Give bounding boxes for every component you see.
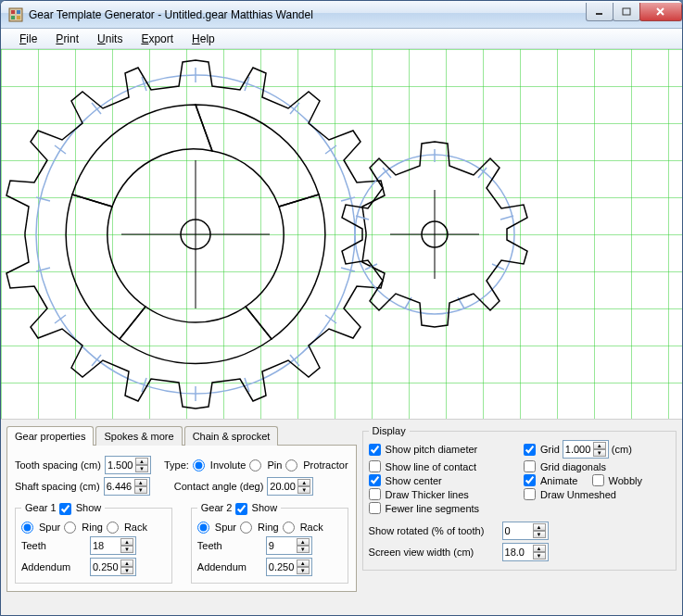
titlebar[interactable]: Gear Template Generator - Untitled.gear … [1, 1, 682, 29]
minimize-button[interactable] [586, 3, 613, 21]
menubar: File Print Units Export Help [1, 29, 682, 49]
gear2-group: Gear 2 Show Spur Ring Rack Teeth9▲▼ Adde… [191, 502, 348, 584]
menu-help[interactable]: Help [183, 32, 224, 45]
rotated-input[interactable]: 0▲▼ [502, 522, 549, 540]
type-pin-radio[interactable] [249, 459, 261, 471]
spinner-icon[interactable]: ▲▼ [134, 479, 147, 494]
svg-rect-2 [17, 10, 20, 14]
window-buttons [587, 3, 682, 21]
grid-input[interactable]: 1.000▲▼ [563, 440, 609, 459]
shaft-spacing-label: Shaft spacing (cm) [15, 481, 100, 492]
tab-gear-properties[interactable]: Gear properties [6, 426, 94, 446]
gear1-group: Gear 1 Show Spur Ring Rack Teeth18▲▼ Add… [15, 502, 172, 584]
svg-rect-3 [11, 16, 15, 19]
svg-rect-4 [17, 16, 20, 19]
tab-body: Tooth spacing (cm) 1.500▲▼ Type: Involut… [6, 445, 357, 592]
spinner-icon[interactable]: ▲▼ [533, 545, 546, 559]
app-window: Gear Template Generator - Untitled.gear … [0, 0, 683, 616]
close-button[interactable] [639, 3, 682, 21]
screen-width-input[interactable]: 18.0▲▼ [502, 543, 549, 561]
tab-chain[interactable]: Chain & sprocket [184, 426, 279, 446]
spinner-icon[interactable]: ▲▼ [120, 559, 133, 574]
grid-check[interactable] [524, 444, 536, 456]
gear-drawing [1, 49, 682, 420]
tooth-spacing-input[interactable]: 1.500▲▼ [105, 456, 151, 474]
control-panels: Gear properties Spokes & more Chain & sp… [1, 420, 682, 615]
gear1-rack-radio[interactable] [107, 522, 119, 534]
display-group: Display Show pitch diameter Grid 1.000▲▼… [362, 425, 677, 571]
show-center-check[interactable] [369, 474, 381, 486]
fewer-check[interactable] [369, 502, 381, 514]
gear2-spur-radio[interactable] [197, 522, 209, 534]
show-pitch-check[interactable] [369, 444, 381, 456]
svg-rect-1 [11, 10, 15, 14]
gear2-ring-radio[interactable] [240, 522, 252, 534]
shaft-spacing-input[interactable]: 6.446▲▼ [104, 477, 150, 496]
thicker-check[interactable] [369, 488, 381, 500]
menu-export[interactable]: Export [132, 32, 183, 45]
gear2-teeth-input[interactable]: 9▲▼ [266, 536, 312, 555]
wobbly-check[interactable] [592, 474, 604, 486]
type-protractor-radio[interactable] [285, 459, 297, 471]
spinner-icon[interactable]: ▲▼ [593, 442, 606, 457]
gear1-teeth-input[interactable]: 18▲▼ [90, 536, 136, 555]
gear1-addendum-input[interactable]: 0.250▲▼ [90, 558, 136, 576]
maximize-button[interactable] [613, 3, 640, 21]
gear1-ring-radio[interactable] [64, 522, 76, 534]
app-icon [8, 7, 23, 22]
gear2-show-check[interactable] [235, 503, 247, 515]
animate-check[interactable] [524, 474, 536, 486]
contact-angle-input[interactable]: 20.00▲▼ [267, 477, 313, 496]
left-panel: Gear properties Spokes & more Chain & sp… [6, 425, 357, 610]
gear2-addendum-input[interactable]: 0.250▲▼ [266, 558, 312, 576]
menu-print[interactable]: Print [46, 32, 88, 45]
spinner-icon[interactable]: ▲▼ [120, 538, 133, 553]
spinner-icon[interactable]: ▲▼ [297, 538, 310, 553]
unmeshed-check[interactable] [524, 488, 536, 500]
window-title: Gear Template Generator - Untitled.gear … [29, 8, 587, 21]
gear1-spur-radio[interactable] [21, 522, 33, 534]
menu-units[interactable]: Units [88, 32, 132, 45]
type-label: Type: [164, 459, 189, 471]
tab-spokes[interactable]: Spokes & more [95, 426, 182, 446]
spinner-icon[interactable]: ▲▼ [533, 523, 546, 538]
svg-rect-6 [623, 8, 630, 15]
spinner-icon[interactable]: ▲▼ [297, 479, 310, 494]
gear2-rack-radio[interactable] [283, 522, 295, 534]
menu-file[interactable]: File [10, 32, 46, 45]
spinner-icon[interactable]: ▲▼ [135, 458, 148, 472]
contact-angle-label: Contact angle (deg) [174, 481, 264, 492]
gear1-show-check[interactable] [59, 503, 71, 515]
tabs: Gear properties Spokes & more Chain & sp… [6, 425, 357, 445]
gear-canvas[interactable] [1, 49, 682, 420]
tooth-spacing-label: Tooth spacing (cm) [15, 459, 101, 471]
type-involute-radio[interactable] [193, 459, 205, 471]
spinner-icon[interactable]: ▲▼ [297, 559, 310, 574]
right-panel: Display Show pitch diameter Grid 1.000▲▼… [362, 425, 677, 610]
grid-diag-check[interactable] [524, 460, 536, 472]
show-contact-check[interactable] [369, 460, 381, 472]
